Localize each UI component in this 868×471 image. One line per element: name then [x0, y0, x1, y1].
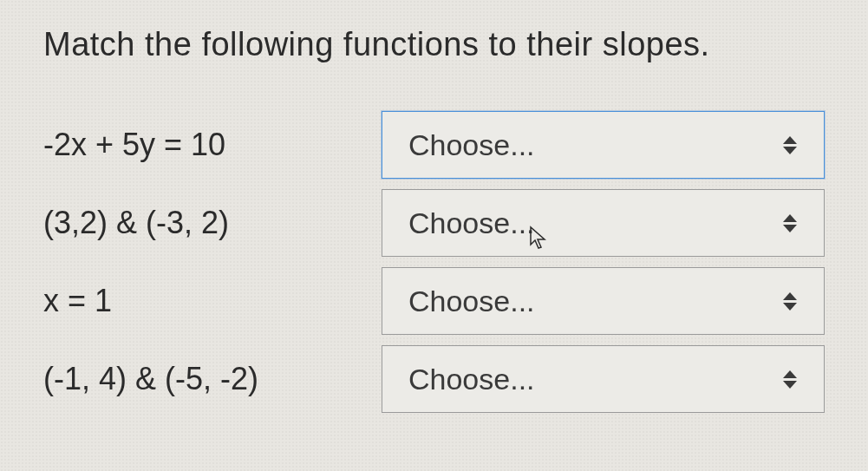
match-row: x = 1 Choose...	[43, 267, 825, 335]
match-row: (-1, 4) & (-5, -2) Choose...	[43, 345, 825, 413]
question-prompt: Match the following functions to their s…	[43, 26, 825, 63]
select-placeholder: Choose...	[408, 206, 535, 240]
function-label: x = 1	[43, 283, 356, 319]
function-label: (-1, 4) & (-5, -2)	[43, 361, 356, 397]
select-placeholder: Choose...	[408, 363, 535, 396]
slope-select[interactable]: Choose...	[382, 345, 825, 413]
updown-icon	[782, 369, 798, 389]
updown-icon	[782, 291, 798, 311]
slope-select[interactable]: Choose...	[382, 189, 825, 257]
match-row: -2x + 5y = 10 Choose...	[43, 111, 825, 179]
function-label: (3,2) & (-3, 2)	[43, 205, 356, 241]
updown-icon	[782, 134, 798, 155]
slope-select[interactable]: Choose...	[382, 267, 825, 335]
matching-rows: -2x + 5y = 10 Choose... (3,2) & (-3, 2) …	[43, 111, 825, 413]
select-placeholder: Choose...	[408, 285, 535, 318]
slope-select[interactable]: Choose...	[382, 111, 825, 179]
select-placeholder: Choose...	[408, 128, 535, 162]
match-row: (3,2) & (-3, 2) Choose...	[43, 189, 825, 257]
updown-icon	[782, 213, 798, 233]
function-label: -2x + 5y = 10	[43, 127, 356, 163]
